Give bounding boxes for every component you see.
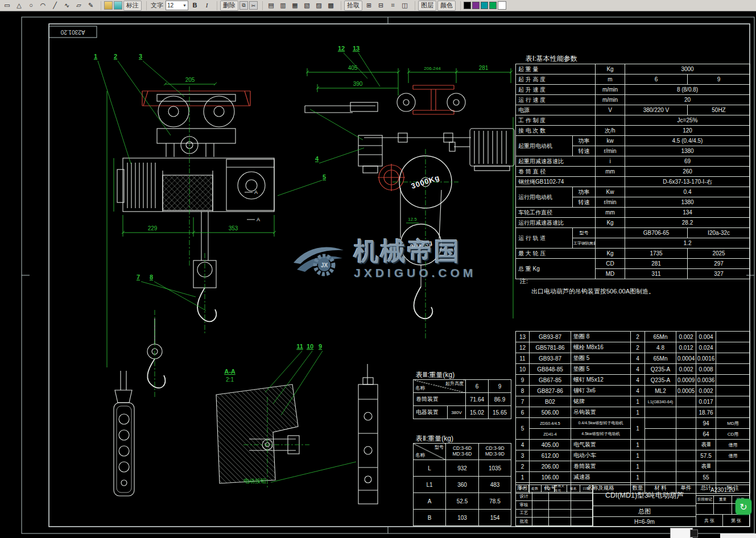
grid-icon-3[interactable]: ⌗ (387, 1, 398, 11)
table-cell: Ⅰ20a-32c (688, 228, 750, 238)
color-swatch-purple[interactable] (472, 2, 480, 9)
table-cell: 功率 (573, 136, 596, 146)
table-cell (645, 418, 676, 429)
table-cell: 65Mn (645, 332, 676, 342)
table-cell: 垫圈 8 (571, 332, 631, 342)
section-scale-label: 2:1 (226, 376, 234, 383)
dimension-label: 390 (353, 81, 363, 87)
align-icon-2[interactable]: ▥ (278, 1, 288, 11)
table-cell: 3000 (625, 64, 750, 75)
table-cell: 功率 (573, 187, 596, 197)
note-head: 注: (520, 278, 528, 284)
cut-icon[interactable]: ✂ (249, 1, 258, 10)
table-cell: 78.5 (479, 493, 511, 510)
table-cell: 螺钉 M5x12 (571, 375, 631, 386)
color-swatch-green[interactable] (489, 2, 497, 9)
section-aa-view (216, 384, 299, 483)
align-icon-1[interactable]: ▤ (266, 1, 276, 11)
color-swatch-black[interactable] (464, 2, 471, 9)
table-cell: kw (596, 136, 625, 146)
grid-icon-1[interactable]: ⊞ (363, 1, 374, 11)
table-cell: 15.65 (489, 406, 511, 419)
table-cell: 0.4/4.5kw锥型转子电动机 (571, 418, 631, 429)
table-cell: 0.002 (676, 332, 696, 342)
grid-icon-4[interactable]: ◫ (399, 1, 410, 11)
tool-arc-icon[interactable]: ◠ (38, 1, 48, 11)
annotate-button[interactable]: 标注 (123, 1, 142, 11)
note: 注: 出口电动葫芦的吊钩装置按506.00A图制造。 (520, 277, 655, 296)
table-cell: GB848-85 (530, 364, 571, 375)
table-cell: 380/220 V (625, 105, 688, 115)
color-button[interactable]: 颜色 (437, 1, 456, 11)
table-cell: 18.76 (696, 407, 716, 418)
table-cell: 932 (446, 460, 479, 477)
table-cell: Kg (596, 218, 625, 228)
italic-button[interactable]: I (201, 1, 212, 11)
floating-assistant-button[interactable]: ↻ (736, 499, 751, 515)
tool-line-icon[interactable]: ╱ (49, 1, 60, 11)
align-icon-6[interactable]: ▩ (325, 1, 336, 11)
table-cell: V (596, 105, 625, 115)
table-cell: 483 (479, 477, 511, 493)
table-cell (596, 238, 625, 249)
tool-spline-icon[interactable]: ∿ (61, 1, 72, 11)
table-cell: 电气装置 (571, 440, 631, 450)
callout-number: 1 (94, 53, 97, 60)
pick-button[interactable]: 拾取 (344, 1, 362, 11)
table-cell: 612.00 (530, 450, 571, 461)
delete-button[interactable]: 删除 (220, 1, 238, 11)
table-cell: 1 (631, 450, 645, 461)
table-cell: 铆钉 3x6 (571, 386, 631, 396)
sheet-name: 总图 (593, 506, 696, 517)
table-cell: Q235-A (645, 375, 676, 386)
callout-number: 12 (338, 45, 345, 52)
table-cell: 1 (631, 472, 645, 483)
table-cell: 1735 (625, 249, 688, 259)
table-cell: 1 (631, 440, 645, 450)
table-cell: 7 (516, 396, 530, 407)
table-cell: 9 (489, 380, 511, 393)
open-icon[interactable] (104, 1, 113, 10)
tool-circle-icon[interactable]: ○ (26, 1, 36, 11)
tool-sketch-icon[interactable]: ✎ (85, 1, 96, 11)
bold-button[interactable]: B (189, 1, 200, 11)
table-cell: D-6x37-13-170-Ⅰ-右 (625, 177, 750, 187)
table-cell: 57.5 (696, 450, 716, 461)
table-basic-params: 起 重 量Kg3000起 升 高 度m69起 升 速 度m/min8 (8/0.… (515, 64, 750, 279)
table-cell: 表Ⅲ (696, 440, 716, 450)
table-cell: 206.00 (530, 461, 571, 472)
dimension-lines (107, 68, 513, 367)
settings-icon[interactable] (114, 1, 122, 10)
table-cell: 28.2 (625, 218, 750, 228)
tb-col-label: 标记 (516, 485, 529, 493)
layer-button[interactable]: 图层 (418, 1, 436, 11)
tool-polygon-icon[interactable]: ▱ (73, 1, 84, 11)
table-cell: 1 (516, 472, 530, 483)
font-size-select[interactable]: 12 ▼ (166, 1, 188, 10)
color-swatch-teal[interactable] (481, 2, 488, 9)
tool-rectangle-icon[interactable]: ▭ (2, 1, 13, 11)
table-cell: 铭牌 (571, 396, 631, 407)
align-icon-3[interactable]: ▦ (290, 1, 300, 11)
table-cell: 转速 (573, 146, 596, 156)
callout-number: 2 (114, 53, 117, 60)
callout-number: 5 (323, 173, 326, 180)
toolbar-separator (259, 1, 263, 10)
table-cell: 506.00 (530, 407, 571, 418)
table-cell: Kg (596, 249, 625, 259)
tool-triangle-icon[interactable]: △ (14, 1, 24, 11)
align-icon-5[interactable]: ▨ (313, 1, 324, 11)
table-cell (676, 461, 696, 472)
stage-label: 阶段标记 (696, 496, 714, 503)
grid-icon-2[interactable]: ⊟ (375, 1, 386, 11)
font-size-value: 12 (167, 2, 173, 9)
align-icon-4[interactable]: ▧ (301, 1, 312, 11)
copy-icon[interactable]: ⧉ (239, 1, 248, 10)
callout-number: 10 (307, 343, 313, 350)
sheet-number: 第 张 (723, 515, 749, 526)
watermark: JX 机械帝国 JXDIGUO.COM (291, 239, 476, 280)
table-bom: 13GB93-87垫圈 8265Mn0.0020.00412GB5781-86螺… (515, 331, 750, 494)
table-cell: r/min (596, 146, 625, 156)
current-color-box[interactable] (498, 1, 506, 10)
table-cell: 6 (516, 407, 530, 418)
